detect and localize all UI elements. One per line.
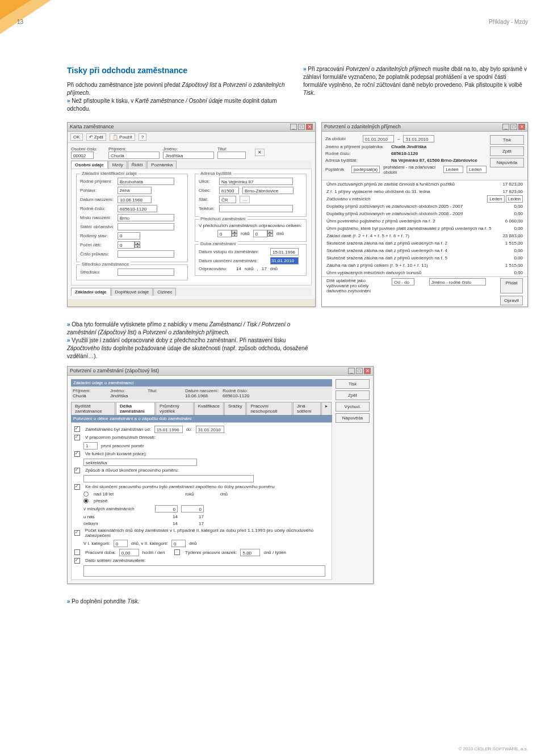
rodpr-input[interactable]: Brzobohatá — [118, 178, 174, 185]
bottab-doplnkove[interactable]: Doplňkové údaje — [111, 288, 153, 296]
spin-down-icon[interactable]: ▾ — [135, 245, 140, 248]
close-icon[interactable]: ✕ — [364, 368, 371, 374]
checkbox[interactable] — [74, 484, 80, 490]
ok-button[interactable]: OK — [70, 133, 83, 141]
right-column: » Při zpracování Potvrzení o zdanitelnýc… — [303, 65, 528, 113]
left-column: Tisky při odchodu zaměstnance Při odchod… — [67, 65, 292, 113]
napoveda-button[interactable]: Nápověda — [490, 158, 524, 167]
stredisko-select[interactable] — [118, 268, 174, 276]
tab[interactable]: Jiná sdělení — [293, 402, 321, 415]
lookup-icon[interactable]: … — [240, 196, 250, 203]
tab-poznamka[interactable]: Poznámka — [147, 161, 177, 169]
jmeno-input[interactable]: Jindřiška — [163, 152, 214, 159]
window-title: Karta zaměstnance — [70, 124, 114, 129]
window-title: Potvrzení o zdanitelných příjmech — [324, 124, 401, 129]
close-icon[interactable]: ✕ — [306, 124, 313, 130]
checkbox[interactable] — [74, 468, 80, 473]
checkbox[interactable] — [74, 426, 80, 432]
content-area: Tisky při odchodu zaměstnance Při odchod… — [67, 65, 528, 606]
close-icon[interactable]: ✕ — [518, 124, 525, 130]
obec-input[interactable]: Brno-Zábrdovice — [242, 187, 294, 194]
pocdeti-input[interactable]: 0 — [118, 241, 135, 249]
tab[interactable]: Bydliště zaměstnance — [71, 402, 115, 415]
section-heading: Tisky při odchodu zaměstnance — [67, 65, 292, 77]
mistnar-input[interactable]: Brno — [118, 214, 174, 221]
pridat-button[interactable]: Přidat — [500, 278, 523, 293]
statob-select[interactable] — [118, 223, 174, 230]
dukon-input[interactable]: 31.01.2010 — [270, 257, 299, 264]
pohlavi-select[interactable]: žena — [118, 187, 152, 194]
checkbox[interactable] — [74, 451, 80, 457]
tab[interactable]: Pracovní neschopnosti — [246, 402, 292, 415]
checkbox[interactable] — [74, 558, 80, 564]
dalsi-sdeleni-input[interactable] — [83, 565, 325, 577]
corner-decoration-inner — [0, 0, 31, 20]
tab-scroll-icon[interactable]: ▸ — [321, 402, 332, 415]
end-paragraph: » Po doplnění potvrdíte Tisk. — [67, 598, 528, 606]
tab-mzdy[interactable]: Mzdy — [108, 161, 127, 169]
checkbox[interactable] — [74, 549, 80, 555]
radio[interactable] — [83, 492, 89, 497]
bullet-paragraph-2: » Při zpracování Potvrzení o zdanitelnýc… — [303, 65, 528, 97]
minimize-icon[interactable]: _ — [290, 124, 297, 130]
footer: © 2010 CÍGLER SOFTWARE, a.s. — [458, 746, 528, 751]
rodstav-select[interactable]: 0 — [118, 232, 140, 240]
stat-input[interactable]: ČR — [219, 196, 236, 203]
checkbox[interactable] — [74, 530, 80, 536]
checkbox[interactable] — [174, 549, 180, 555]
oscislo-input[interactable]: 00002 — [71, 152, 94, 159]
tab[interactable]: Kvalifikace — [194, 402, 224, 415]
help-icon[interactable]: ? — [139, 133, 146, 141]
tisk-button[interactable]: Tisk — [336, 379, 370, 389]
maximize-icon[interactable]: □ — [356, 368, 363, 374]
psc-input[interactable]: 61500 — [219, 187, 239, 194]
opravit-button[interactable]: Opravit — [500, 296, 523, 305]
titul-select[interactable] — [217, 152, 246, 159]
tab[interactable]: Délka zaměstnání — [116, 402, 155, 415]
bottab-cizinec[interactable]: Cizinec — [153, 288, 176, 296]
prijmeni-input[interactable]: Chudá — [108, 152, 160, 159]
zpet-button[interactable]: Zpět — [336, 390, 370, 400]
tab[interactable]: Srážky — [224, 402, 246, 415]
page-number: 13 — [17, 19, 23, 25]
bullet-paragraph-1: » Než přistoupíte k tisku, v Kartě zaměs… — [67, 97, 292, 113]
paragraph-mid1: » Oba tyto formuláře vytisknete přímo z … — [67, 321, 316, 337]
use-button[interactable]: 📋 Použít — [110, 133, 135, 141]
tab-ridici[interactable]: Řidiči — [128, 161, 147, 169]
back-button[interactable]: ↶ Zpět — [86, 133, 106, 141]
maximize-icon[interactable]: □ — [510, 124, 517, 130]
checkbox[interactable] — [74, 435, 80, 440]
intro-paragraph: Při odchodu zaměstnance jste povinni pře… — [67, 81, 292, 97]
cprukaz-input[interactable] — [118, 250, 174, 258]
ulice-input[interactable]: Na Vejmínku 87 — [219, 178, 293, 185]
window-title: Potvrzení o zaměstnání (zápočtový list) — [70, 368, 159, 373]
maximize-icon[interactable]: □ — [298, 124, 305, 130]
screenshot-employee-card: Karta zaměstnance _ □ ✕ OK ↶ Zpět 📋 Použ… — [67, 122, 316, 307]
tab-osobni[interactable]: Osobní údaje — [71, 161, 108, 169]
tab[interactable]: Průměrný výdělek — [156, 402, 194, 415]
minimize-icon[interactable]: _ — [502, 124, 509, 130]
tel-input[interactable] — [219, 205, 293, 212]
rc-input[interactable]: 685610-1120 — [118, 205, 157, 212]
clear-icon[interactable]: ✕ — [255, 149, 265, 156]
minimize-icon[interactable]: _ — [348, 368, 355, 374]
datnar-input[interactable]: 10.06.1968 — [118, 196, 152, 203]
napoveda-button[interactable]: Nápověda — [336, 413, 370, 423]
zpet-button[interactable]: Zpět — [490, 146, 524, 156]
screenshot-zapoctovy-list: Potvrzení o zaměstnání (zápočtový list) … — [67, 366, 374, 584]
radio[interactable] — [83, 498, 89, 503]
header-right: Příklady - Mzdy — [489, 19, 528, 25]
paragraph-mid2: » Využili jste i zadání odpracované doby… — [67, 337, 316, 360]
tisk-button[interactable]: Tisk — [490, 135, 524, 145]
screenshot-taxable-income: Potvrzení o zdanitelných příjmech _ □ ✕ … — [321, 122, 528, 307]
bottab-zakladni[interactable]: Základní údaje — [71, 288, 111, 296]
dvstup-input[interactable]: 15.01.1996 — [270, 248, 299, 255]
vychozi-button[interactable]: Východ. — [336, 402, 370, 411]
